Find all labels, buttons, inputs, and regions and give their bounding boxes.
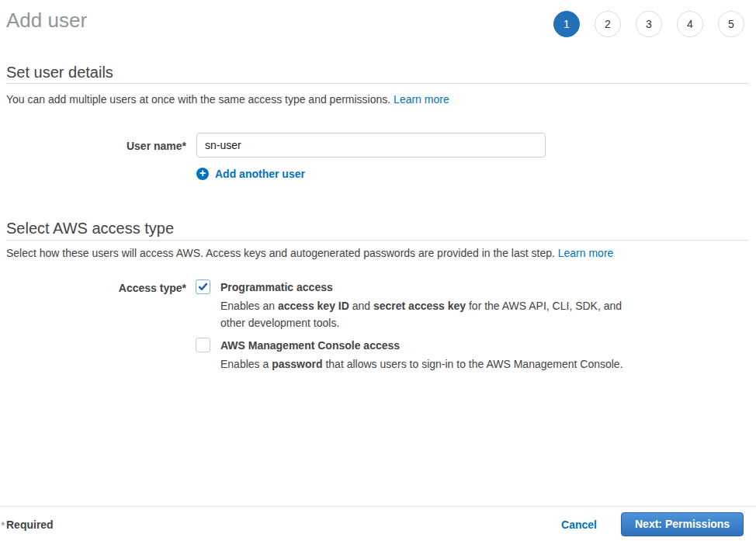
- learn-more-link-user-details[interactable]: Learn more: [394, 93, 449, 106]
- step-3-indicator: 3: [636, 11, 662, 37]
- wizard-step-indicator: 1 2 3 4 5: [553, 11, 744, 37]
- step-5-indicator: 5: [718, 11, 744, 37]
- add-another-user-label: Add another user: [215, 168, 305, 180]
- username-input[interactable]: [196, 133, 546, 158]
- console-access-description: Enables a password that allows users to …: [220, 356, 627, 373]
- learn-more-link-access-type[interactable]: Learn more: [558, 247, 614, 259]
- access-type-description-text: Select how these users will access AWS. …: [6, 247, 555, 259]
- select-access-type-heading: Select AWS access type: [6, 219, 174, 238]
- plus-circle-icon: +: [196, 168, 209, 180]
- set-user-details-heading: Set user details: [6, 63, 113, 81]
- user-details-description: You can add multiple users at once with …: [6, 92, 449, 106]
- cancel-button[interactable]: Cancel: [561, 518, 597, 531]
- programmatic-access-option: Programmatic access Enables an access ke…: [220, 280, 627, 331]
- programmatic-access-checkbox[interactable]: [196, 279, 210, 294]
- user-details-description-text: You can add multiple users at once with …: [6, 93, 390, 106]
- next-permissions-button[interactable]: Next: Permissions: [621, 512, 744, 536]
- step-1-indicator: 1: [553, 11, 580, 37]
- access-type-label: Access type*: [0, 281, 186, 295]
- step-4-indicator: 4: [677, 11, 703, 37]
- console-access-title: AWS Management Console access: [220, 338, 627, 353]
- required-label: Required: [6, 518, 54, 531]
- page-title: Add user: [6, 7, 87, 33]
- username-label: User name*: [0, 139, 186, 153]
- add-another-user-button[interactable]: + Add another user: [196, 168, 305, 180]
- section-divider: [6, 83, 749, 84]
- checkmark-icon: [198, 282, 208, 292]
- console-access-checkbox[interactable]: [196, 338, 210, 352]
- section-divider: [6, 240, 749, 241]
- add-user-page: Add user 1 2 3 4 5 Set user details You …: [0, 0, 756, 541]
- programmatic-access-description: Enables an access key ID and secret acce…: [220, 298, 627, 331]
- access-type-description: Select how these users will access AWS. …: [6, 246, 613, 260]
- console-access-option: AWS Management Console access Enables a …: [220, 338, 627, 373]
- programmatic-access-title: Programmatic access: [220, 280, 627, 295]
- footer-divider: [0, 506, 756, 507]
- required-asterisk: *: [1, 519, 5, 532]
- step-2-indicator: 2: [595, 11, 621, 37]
- required-note: * Required: [6, 518, 54, 531]
